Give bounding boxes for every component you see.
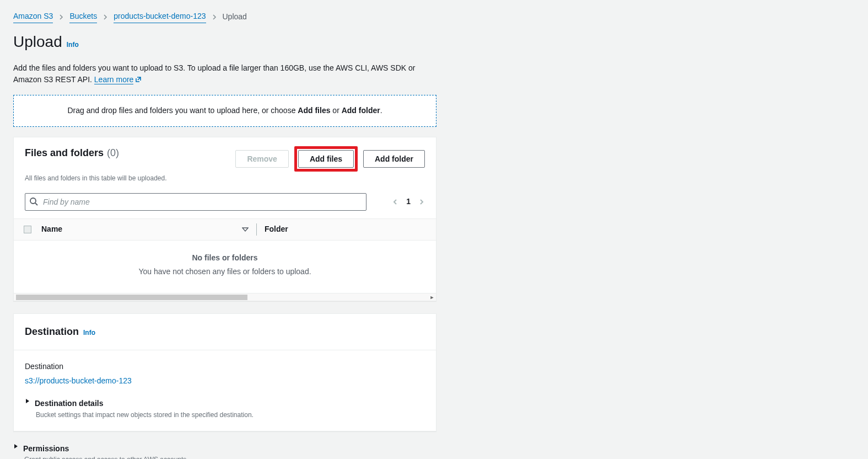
- dropzone-add-folder: Add folder: [342, 106, 380, 115]
- destination-info-link[interactable]: Info: [83, 328, 95, 338]
- breadcrumb-s3[interactable]: Amazon S3: [13, 11, 53, 23]
- empty-title: No files or folders: [14, 253, 436, 264]
- destination-label: Destination: [25, 361, 425, 372]
- pagination: 1: [392, 196, 425, 207]
- dropzone[interactable]: Drag and drop files and folders you want…: [13, 95, 436, 127]
- column-divider: [256, 223, 257, 236]
- intro-text: Add the files and folders you want to up…: [13, 62, 438, 86]
- destination-details-title: Destination details: [35, 398, 103, 409]
- page-title: Upload: [13, 31, 62, 52]
- destination-title: Destination: [25, 325, 79, 339]
- breadcrumb-current: Upload: [223, 12, 247, 23]
- search-input-wrap: [25, 193, 366, 211]
- caret-right-icon: [25, 398, 30, 404]
- page-number: 1: [406, 196, 411, 207]
- svg-line-1: [35, 203, 37, 205]
- horizontal-scrollbar[interactable]: ◄ ►: [14, 293, 436, 301]
- breadcrumb-buckets[interactable]: Buckets: [69, 11, 97, 23]
- destination-details-expander[interactable]: Destination details: [25, 398, 425, 409]
- learn-more-link[interactable]: Learn more: [94, 75, 134, 84]
- dropzone-add-files: Add files: [298, 106, 330, 115]
- destination-panel: Destination Info Destination s3://produc…: [13, 313, 436, 431]
- info-link[interactable]: Info: [67, 40, 79, 50]
- scroll-right-icon[interactable]: ►: [428, 293, 436, 301]
- table-header: Name Folder: [14, 218, 436, 241]
- intro-body: Add the files and folders you want to up…: [13, 63, 415, 84]
- highlight-annotation: Add files: [294, 146, 358, 172]
- remove-button[interactable]: Remove: [235, 150, 288, 168]
- destination-link[interactable]: s3://products-bucket-demo-123: [25, 376, 132, 385]
- dropzone-suffix: .: [380, 106, 382, 115]
- column-folder[interactable]: Folder: [265, 224, 436, 235]
- column-name[interactable]: Name: [41, 224, 62, 235]
- files-panel-subtitle: All files and folders in this table will…: [14, 174, 436, 190]
- chevron-right-icon: [212, 14, 217, 20]
- add-files-button[interactable]: Add files: [298, 150, 354, 168]
- chevron-right-icon: [103, 14, 108, 20]
- empty-subtitle: You have not chosen any files or folders…: [14, 266, 436, 277]
- prev-page-icon[interactable]: [392, 199, 398, 205]
- dropzone-text: Drag and drop files and folders you want…: [67, 106, 298, 115]
- files-title-text: Files and folders: [25, 146, 104, 160]
- svg-point-0: [30, 198, 36, 204]
- next-page-icon[interactable]: [418, 199, 425, 205]
- external-link-icon: [135, 76, 142, 83]
- permissions-expander[interactable]: Permissions: [13, 444, 436, 455]
- empty-state: No files or folders You have not chosen …: [14, 241, 436, 293]
- dropzone-or: or: [330, 106, 341, 115]
- breadcrumb: Amazon S3 Buckets products-bucket-demo-1…: [13, 11, 855, 23]
- permissions-desc: Grant public access and access to other …: [24, 455, 436, 459]
- files-count: (0): [107, 146, 119, 160]
- select-all-checkbox[interactable]: [14, 226, 41, 233]
- search-icon: [29, 197, 38, 206]
- sort-icon[interactable]: [242, 227, 249, 232]
- files-panel-title: Files and folders (0): [25, 146, 119, 160]
- caret-right-icon: [13, 444, 19, 449]
- chevron-right-icon: [58, 14, 64, 20]
- breadcrumb-bucket[interactable]: products-bucket-demo-123: [114, 11, 206, 23]
- files-panel: Files and folders (0) Remove Add files A…: [13, 137, 436, 301]
- search-input[interactable]: [25, 193, 366, 211]
- scrollbar-thumb[interactable]: [16, 295, 247, 300]
- destination-details-desc: Bucket settings that impact new objects …: [36, 410, 425, 420]
- add-folder-button[interactable]: Add folder: [363, 150, 425, 168]
- permissions-title: Permissions: [23, 444, 69, 455]
